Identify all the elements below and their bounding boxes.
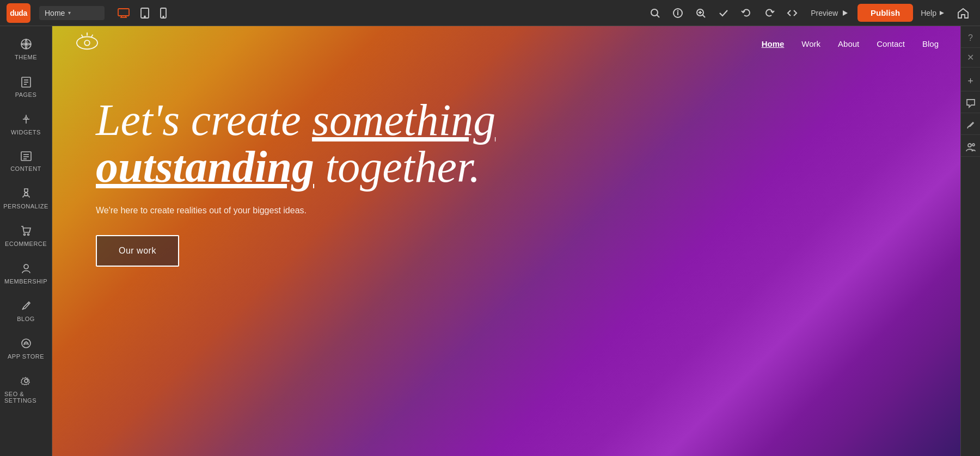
appstore-label: APP STORE — [8, 353, 44, 360]
hero-cta-button[interactable]: Our work — [96, 235, 179, 267]
appstore-icon — [20, 337, 32, 351]
svg-point-33 — [23, 234, 25, 236]
panel-chat-button[interactable] — [961, 94, 981, 113]
chevron-down-icon: ▾ — [68, 10, 71, 16]
topbar: duda Home ▾ — [0, 0, 980, 26]
sidebar-item-pages[interactable]: PAGES — [0, 69, 52, 104]
svg-rect-0 — [118, 9, 129, 16]
svg-point-46 — [968, 144, 971, 147]
svg-point-12 — [678, 10, 678, 11]
sidebar-item-personalize[interactable]: PERSONALIZE — [0, 181, 52, 216]
svg-marker-17 — [843, 10, 848, 16]
duda-logo[interactable]: duda — [7, 3, 30, 23]
seo-label: SEO & SETTINGS — [4, 391, 47, 404]
toolbar-center: Preview Publish Help — [645, 4, 973, 22]
panel-close-button[interactable]: ✕ — [961, 48, 981, 67]
publish-button[interactable]: Publish — [857, 4, 913, 22]
ecommerce-icon — [20, 225, 32, 238]
site-navigation: Home Work About Contact Blog — [52, 26, 960, 61]
nav-work[interactable]: Work — [801, 39, 820, 48]
zoom-button[interactable] — [691, 4, 710, 22]
help-button[interactable]: Help — [916, 5, 950, 21]
logo-text: duda — [10, 9, 27, 17]
canvas-area[interactable]: Home Work About Contact Blog Let's creat… — [52, 26, 960, 456]
sidebar-item-membership[interactable]: MEMBERSHIP — [0, 256, 52, 291]
panel-question-button[interactable]: ? — [961, 28, 981, 48]
sidebar: THEME PAGES WI — [0, 26, 52, 456]
pages-icon — [21, 76, 32, 89]
site-logo-icon — [74, 30, 100, 57]
personalize-label: PERSONALIZE — [3, 203, 48, 209]
website-canvas: Home Work About Contact Blog Let's creat… — [52, 26, 960, 456]
svg-point-47 — [972, 144, 975, 146]
svg-line-36 — [28, 303, 29, 304]
svg-point-41 — [84, 40, 90, 46]
blog-label: BLOG — [17, 316, 35, 322]
svg-line-45 — [972, 123, 973, 124]
sidebar-item-widgets[interactable]: WIDGETS — [0, 107, 52, 142]
hero-content: Let's create something outstanding toget… — [96, 97, 917, 456]
sidebar-item-seo[interactable]: SEO & SETTINGS — [0, 368, 52, 410]
svg-point-35 — [24, 264, 28, 269]
content-icon — [20, 151, 32, 163]
settings-icon — [20, 375, 32, 389]
svg-point-8 — [651, 9, 658, 16]
help-label: Help — [921, 9, 936, 17]
widgets-label: WIDGETS — [11, 129, 41, 135]
theme-icon — [20, 38, 32, 52]
hero-headline-something: something — [312, 95, 495, 145]
personalize-icon — [20, 187, 32, 201]
sidebar-item-content[interactable]: CONTENT — [0, 144, 52, 178]
check-button[interactable] — [714, 4, 733, 22]
hero-headline-part1: Let's create — [96, 95, 312, 145]
svg-line-9 — [657, 15, 660, 17]
svg-point-37 — [22, 339, 30, 348]
page-selector-label: Home — [45, 9, 65, 17]
nav-blog[interactable]: Blog — [922, 39, 939, 48]
blog-icon — [20, 300, 32, 313]
nav-contact[interactable]: Contact — [877, 39, 905, 48]
undo-button[interactable] — [737, 4, 756, 22]
hero-headline-outstanding: outstanding — [96, 142, 314, 192]
page-selector[interactable]: Home ▾ — [39, 6, 105, 20]
preview-label: Preview — [811, 9, 838, 17]
hero-headline-period: . — [469, 142, 481, 192]
home-button[interactable] — [953, 4, 973, 22]
svg-marker-18 — [940, 11, 944, 15]
device-buttons — [113, 4, 171, 22]
panel-users-button[interactable] — [961, 137, 981, 157]
membership-label: MEMBERSHIP — [4, 278, 47, 285]
right-panel: ? ✕ + — [960, 26, 980, 456]
mobile-device-button[interactable] — [156, 4, 171, 22]
preview-button[interactable]: Preview — [805, 5, 854, 21]
code-button[interactable] — [782, 4, 802, 22]
svg-point-39 — [24, 379, 28, 383]
tablet-device-button[interactable] — [136, 4, 154, 22]
nav-home[interactable]: Home — [762, 39, 785, 48]
panel-brush-button[interactable] — [961, 115, 981, 135]
sidebar-item-blog[interactable]: BLOG — [0, 293, 52, 329]
nav-about[interactable]: About — [838, 39, 859, 48]
redo-button[interactable] — [759, 4, 779, 22]
sidebar-item-ecommerce[interactable]: ECOMMERCE — [0, 218, 52, 254]
svg-point-5 — [144, 16, 145, 17]
sidebar-item-theme[interactable]: THEME — [0, 32, 52, 67]
nav-links: Home Work About Contact Blog — [762, 39, 939, 48]
ecommerce-label: ECOMMERCE — [5, 241, 47, 247]
theme-label: THEME — [15, 54, 37, 60]
svg-line-43 — [82, 35, 83, 38]
svg-point-7 — [163, 16, 164, 17]
svg-line-14 — [703, 15, 706, 17]
svg-point-34 — [27, 234, 29, 236]
svg-line-44 — [91, 35, 93, 38]
main-layout: THEME PAGES WI — [0, 26, 980, 456]
svg-point-40 — [77, 36, 97, 49]
search-button[interactable] — [645, 4, 665, 22]
panel-add-button[interactable]: + — [961, 72, 981, 91]
hero-headline: Let's create something outstanding toget… — [96, 97, 586, 190]
desktop-device-button[interactable] — [113, 5, 134, 21]
sidebar-item-appstore[interactable]: APP STORE — [0, 331, 52, 366]
hero-subtext: We're here to create realities out of yo… — [96, 206, 917, 215]
content-label: CONTENT — [10, 165, 41, 172]
info-button[interactable] — [668, 4, 688, 22]
